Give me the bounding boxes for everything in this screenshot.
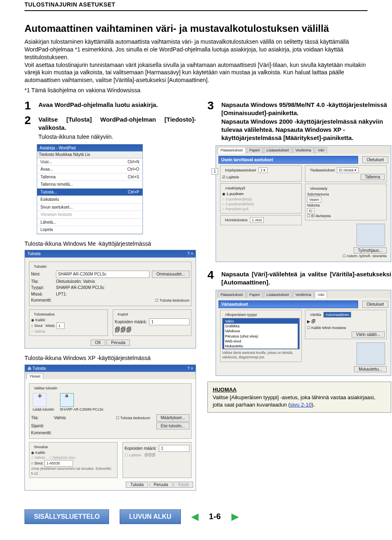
- menu-item[interactable]: TallennaCtrl+S: [37, 173, 143, 181]
- step-2-sub: Tulosta-ikkuna tulee näkyviin.: [38, 133, 196, 141]
- menu-item[interactable]: Lopeta: [37, 226, 143, 234]
- chapter-start-button[interactable]: LUVUN ALKU: [120, 509, 180, 524]
- apply-button[interactable]: Käytä: [174, 482, 193, 488]
- step-number: 2: [24, 115, 34, 140]
- profile-select[interactable]: Ei nimeä ▾: [337, 167, 359, 173]
- toc-button[interactable]: SISÄLLYSLUETTELO: [24, 509, 109, 524]
- note-link[interactable]: sivu 2-10: [290, 402, 312, 408]
- printer-properties-main: PääasetuksetPaperiLisäasetuksetVesileima…: [216, 145, 391, 262]
- page-number: 1-6: [209, 511, 221, 522]
- tab[interactable]: Pääasetukset: [218, 147, 246, 153]
- tab[interactable]: Paperi: [247, 147, 263, 153]
- right-column: 3 Napsauta Windows 95/98/Me/NT 4.0 -käyt…: [207, 100, 391, 496]
- footnote: *1 Tämä lisäohjelma on vakiona Windowsis…: [24, 87, 368, 94]
- menu-item[interactable]: Tallenna nimellä...: [37, 181, 143, 189]
- intro-text: Asiakirjan tulostaminen käyttämällä auto…: [24, 38, 368, 84]
- color-adjust-button[interactable]: Värin säätö...: [352, 331, 385, 338]
- prev-page-icon[interactable]: ◀: [192, 511, 198, 523]
- job-control-button[interactable]: Työnohjaus...: [354, 247, 387, 253]
- step-4-text: Napsauta [Väri]-välilehteä ja valitse [V…: [221, 270, 391, 287]
- tab[interactable]: Lisäasetukset: [264, 147, 292, 153]
- type-list[interactable]: VakioGrafiikkaValokuvaPiirustus (ohut vi…: [222, 318, 300, 349]
- menu-item[interactable]: Sivun asetukset...: [37, 204, 143, 211]
- bottom-nav: SISÄLLYSLUETTELO LUVUN ALKU ◀ 1-6 ▶: [0, 508, 392, 527]
- find-printer-button[interactable]: Etsi tulostin...: [156, 422, 189, 430]
- tab[interactable]: Vesileima: [293, 291, 314, 298]
- tab[interactable]: Paperi: [247, 291, 263, 298]
- menu-item[interactable]: Viimeisin tiedosto: [37, 211, 143, 219]
- ok-button[interactable]: OK: [91, 340, 105, 346]
- multi-select[interactable]: 1 otos: [250, 217, 264, 223]
- print-dialog-me: Tulosta? × Tulostin Nimi:SHARP AR-C260M …: [24, 250, 196, 348]
- menu-item[interactable]: Uusi...Ctrl+N: [37, 158, 143, 166]
- dialog-title: 🖶 Tulosta? ×: [25, 365, 196, 372]
- step-3: 3 Napsauta Windows 95/98/Me/NT 4.0 -käyt…: [207, 100, 391, 142]
- step-1-text: Avaa WordPad-ohjelmalla luotu asiakirja.: [38, 101, 196, 109]
- printer-properties-color: PääasetuksetPaperiLisäasetuksetVesileima…: [216, 290, 391, 376]
- note-box: HUOMAA Valitse [Alkuperäisen tyyppi] -as…: [207, 382, 391, 413]
- caption-xp: Tulosta-ikkuna Windows XP -käyttöjärjest…: [24, 354, 196, 362]
- tab[interactable]: Pääasetukset: [218, 291, 246, 298]
- color-mode-select[interactable]: Automaattinen: [323, 312, 351, 318]
- copies-select[interactable]: 1 ▾: [258, 167, 268, 173]
- note-title: HUOMAA: [213, 386, 386, 393]
- step-number: 3: [207, 100, 217, 142]
- step-1: 1 Avaa WordPad-ohjelmalla luotu asiakirj…: [24, 100, 196, 111]
- menu-item[interactable]: Lähetä...: [37, 219, 143, 227]
- tab[interactable]: Lisäasetukset: [264, 291, 292, 298]
- defaults-button[interactable]: Oletukset: [362, 301, 388, 308]
- caption-me: Tulosta-ikkuna Windows Me -käyttöjärjest…: [24, 240, 196, 248]
- step-number: 1: [24, 100, 34, 111]
- page-title: Automaattinen vaihtaminen väri- ja musta…: [24, 22, 368, 35]
- properties-button[interactable]: Ominaisuudet...: [152, 271, 189, 278]
- step-4: 4 Napsauta [Väri]-välilehteä ja valitse …: [207, 269, 391, 287]
- section-header: TULOSTINAJURIN ASETUKSET: [24, 0, 368, 11]
- tab[interactable]: Väri: [315, 291, 327, 298]
- print-dialog-xp: 🖶 Tulosta? × Yleiset Valitse tulostin ➕L…: [24, 364, 196, 491]
- left-column: 1 Avaa WordPad-ohjelmalla luotu asiakirj…: [24, 100, 196, 496]
- settings-button[interactable]: Määritykset...: [156, 414, 189, 422]
- print-button[interactable]: Tulosta: [126, 482, 148, 488]
- next-page-icon[interactable]: ▶: [232, 511, 238, 523]
- menu-item[interactable]: Tulosta...Ctrl+P: [37, 189, 143, 196]
- defaults-button[interactable]: Oletukset: [362, 156, 388, 164]
- menu-item[interactable]: Avaa...Ctrl+O: [37, 166, 143, 173]
- dialog-title: Tulosta? ×: [25, 250, 196, 258]
- step-2-text: Valitse [Tulosta] WordPad-ohjelman [Tied…: [38, 116, 196, 132]
- cancel-button[interactable]: Peruuta: [149, 482, 173, 488]
- printer-name-field[interactable]: SHARP AR-C260M PCL5c: [56, 271, 149, 278]
- cancel-button[interactable]: Peruuta: [107, 340, 130, 346]
- menu-item[interactable]: Esikatselu: [37, 196, 143, 204]
- step-3-text: Napsauta Windows 95/98/Me/NT 4.0 -käyttö…: [221, 101, 391, 142]
- window-titlebar: Asiakirja - WordPad: [37, 144, 143, 152]
- wordpad-menu-screenshot: Asiakirja - WordPad Tiedosto Muokkaa Näy…: [37, 144, 143, 234]
- custom-button[interactable]: Mukautettu...: [354, 366, 387, 372]
- tab[interactable]: Väri: [315, 147, 327, 153]
- step-number: 4: [207, 269, 217, 287]
- step-2: 2 Valitse [Tulosta] WordPad-ohjelman [Ti…: [24, 115, 196, 140]
- tab[interactable]: Vesileima: [293, 147, 314, 153]
- menubar: Tiedosto Muokkaa Näytä Lis: [37, 151, 143, 158]
